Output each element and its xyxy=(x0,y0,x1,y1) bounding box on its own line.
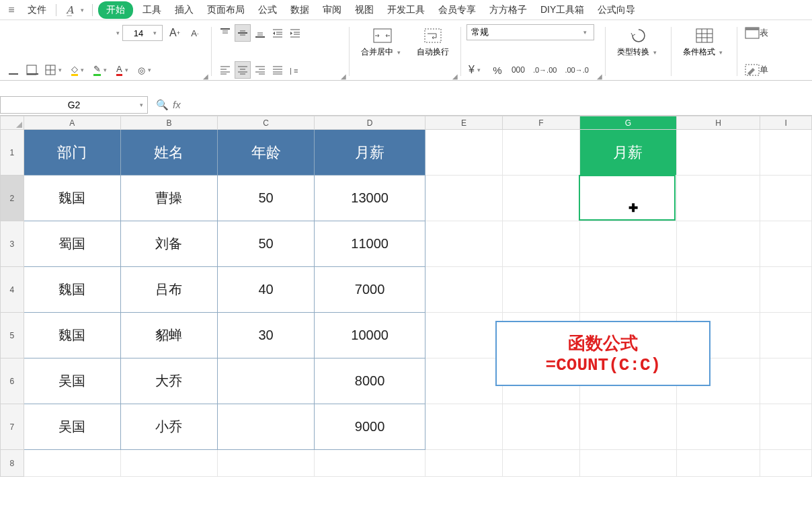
align-bottom-icon[interactable] xyxy=(252,24,268,42)
spreadsheet-grid[interactable]: ABCDEFGHI 1部门姓名年龄月薪月薪2魏国曹操50130003蜀国刘备50… xyxy=(0,116,812,530)
number-format-select[interactable]: 常规 ▾ xyxy=(466,24,594,40)
tab-formula[interactable]: 公式 xyxy=(251,1,284,19)
chevron-down-icon[interactable]: ▾ xyxy=(78,7,87,13)
border-all-icon[interactable]: ▾ xyxy=(43,61,67,79)
column-header-G[interactable]: G xyxy=(579,116,676,130)
cell[interactable] xyxy=(24,450,120,477)
row-header[interactable]: 8 xyxy=(1,450,24,477)
cell[interactable]: 50 xyxy=(218,176,315,221)
column-header-D[interactable]: D xyxy=(315,116,425,130)
decrease-indent-icon[interactable] xyxy=(270,24,286,42)
cell[interactable]: 魏国 xyxy=(24,267,120,313)
cell[interactable] xyxy=(676,176,760,221)
cell[interactable] xyxy=(120,450,217,477)
cell[interactable] xyxy=(760,221,812,267)
name-box-input[interactable] xyxy=(17,100,131,110)
tab-view[interactable]: 视图 xyxy=(348,1,380,19)
cell[interactable]: 蜀国 xyxy=(24,221,120,267)
font-size-input[interactable] xyxy=(126,28,151,38)
cell[interactable]: 30 xyxy=(218,313,315,358)
text-rotate-icon[interactable]: | ≡ xyxy=(287,61,303,79)
style-icon[interactable]: ◎▾ xyxy=(136,61,156,79)
tab-dev-tools[interactable]: 开发工具 xyxy=(380,1,432,19)
cell[interactable]: 月薪 xyxy=(579,130,676,176)
cell[interactable]: 魏国 xyxy=(24,313,120,358)
expand-icon[interactable]: ◢ xyxy=(597,73,602,80)
cell[interactable]: 8000 xyxy=(315,358,425,404)
row-header[interactable]: 3 xyxy=(1,221,24,267)
cell[interactable]: 小乔 xyxy=(120,404,217,450)
chevron-down-icon[interactable]: ▾ xyxy=(717,49,725,56)
cell[interactable]: 11000 xyxy=(315,221,425,267)
row-header[interactable]: 6 xyxy=(1,358,24,404)
highlight-icon[interactable]: ✎▾ xyxy=(91,61,112,79)
tab-diy-toolbox[interactable]: DIY工具箱 xyxy=(534,1,591,19)
column-header-A[interactable]: A xyxy=(24,116,120,130)
row-header[interactable]: 7 xyxy=(1,404,24,450)
cell[interactable] xyxy=(579,450,676,477)
column-header-B[interactable]: B xyxy=(120,116,217,130)
decrease-font-icon[interactable]: A- xyxy=(187,24,203,42)
chevron-down-icon[interactable]: ▾ xyxy=(581,29,590,36)
expand-icon[interactable]: ◢ xyxy=(452,73,458,80)
cell[interactable]: 吕布 xyxy=(120,267,217,313)
cell[interactable] xyxy=(676,267,760,313)
name-box[interactable]: ▾ xyxy=(0,96,148,114)
tab-data[interactable]: 数据 xyxy=(284,1,316,19)
cell[interactable]: 年龄 xyxy=(218,130,315,176)
cell[interactable] xyxy=(502,130,579,176)
row-header[interactable]: 5 xyxy=(1,313,24,358)
cell[interactable] xyxy=(425,450,503,477)
align-center-icon[interactable] xyxy=(235,61,251,79)
chevron-down-icon[interactable]: ▾ xyxy=(651,49,659,56)
cell[interactable] xyxy=(502,267,579,313)
chevron-down-icon[interactable]: ▾ xyxy=(114,30,122,36)
cell[interactable]: 吴国 xyxy=(24,404,120,450)
file-menu[interactable]: 文件 xyxy=(21,1,53,19)
chevron-down-icon[interactable]: ▾ xyxy=(140,102,143,108)
cell[interactable] xyxy=(760,176,812,221)
increase-decimal-icon[interactable]: .0→.00 xyxy=(531,61,559,79)
auto-wrap-button[interactable]: 自动换行 xyxy=(411,24,455,60)
cell[interactable] xyxy=(579,404,676,450)
cell[interactable] xyxy=(760,404,812,450)
cell[interactable]: 魏国 xyxy=(24,176,120,221)
cell[interactable]: 9000 xyxy=(315,404,425,450)
increase-font-icon[interactable]: A+ xyxy=(167,24,183,42)
align-justify-icon[interactable] xyxy=(270,61,286,79)
tab-member[interactable]: 会员专享 xyxy=(432,1,483,19)
cell[interactable] xyxy=(760,358,812,404)
border-outside-icon[interactable] xyxy=(24,61,40,79)
cell[interactable]: 吴国 xyxy=(24,358,120,404)
hamburger-icon[interactable]: ≡ xyxy=(3,2,19,18)
cell[interactable]: 刘备 xyxy=(120,221,217,267)
expand-icon[interactable]: ◢ xyxy=(203,73,208,80)
increase-indent-icon[interactable] xyxy=(287,24,303,42)
cell[interactable] xyxy=(218,358,315,404)
tab-ffgz[interactable]: 方方格子 xyxy=(483,1,534,19)
cond-format-button[interactable]: 条件格式▾ xyxy=(677,24,731,60)
column-header-H[interactable]: H xyxy=(676,116,760,130)
table-style-icon[interactable]: 表 xyxy=(743,24,770,42)
cell-style-icon[interactable]: 单 xyxy=(743,61,770,79)
fill-color-icon[interactable]: ◇▾ xyxy=(69,61,89,79)
zoom-icon[interactable]: 🔍 xyxy=(156,99,169,111)
cell[interactable]: 姓名 xyxy=(120,130,217,176)
tab-formula-wizard[interactable]: 公式向导 xyxy=(591,1,642,19)
cell[interactable] xyxy=(676,130,760,176)
align-top-icon[interactable] xyxy=(217,24,233,42)
cell[interactable] xyxy=(425,267,503,313)
expand-icon[interactable]: ◢ xyxy=(341,73,346,80)
cell[interactable] xyxy=(502,221,579,267)
tab-insert[interactable]: 插入 xyxy=(168,1,200,19)
cell[interactable] xyxy=(676,450,760,477)
align-right-icon[interactable] xyxy=(252,61,268,79)
cell[interactable] xyxy=(502,450,579,477)
fx-icon[interactable]: fx xyxy=(173,99,181,110)
cell[interactable] xyxy=(579,176,676,221)
type-convert-button[interactable]: 类型转换▾ xyxy=(611,24,665,60)
align-middle-icon[interactable] xyxy=(235,24,251,42)
formula-input[interactable] xyxy=(185,96,812,114)
column-header-C[interactable]: C xyxy=(218,116,315,130)
percent-icon[interactable]: % xyxy=(489,61,505,79)
